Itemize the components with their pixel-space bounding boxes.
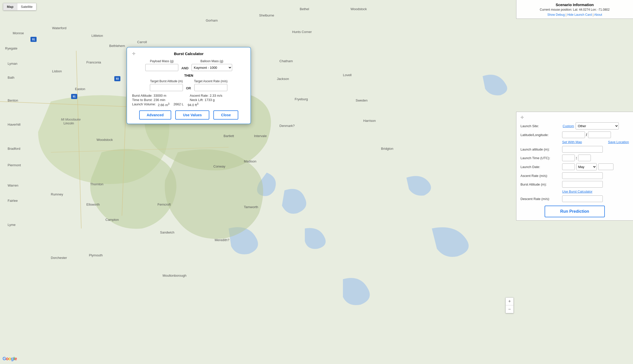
svg-text:91: 91 [73,95,76,98]
svg-text:Lincoln: Lincoln [64,121,74,125]
svg-text:Ryegate: Ryegate [5,46,17,50]
advanced-button[interactable]: Advanced [139,110,171,120]
neck-lift-result-value: 1733 g [204,98,215,102]
latlon-row: Latitude/Longitude: 44.1684 / -71.3974 [520,131,629,138]
longitude-input[interactable]: -71.3974 [588,131,611,138]
launch-panel-drag-handle[interactable]: ✛ [520,115,524,120]
scenario-panel-title: Scenario Information [520,3,629,7]
target-burst-input[interactable]: 33000 [150,84,183,91]
launch-altitude-input[interactable]: 0 [562,146,603,153]
svg-text:Piermont: Piermont [8,163,21,167]
neck-lift-result: Neck Lift: 1733 g [190,98,245,102]
burst-input-row: Payload Mass (g) 1500 AND Balloon Mass (… [132,59,245,71]
launch-date-row: Launch Date: 24 May JanFebMar AprJunJul … [520,163,629,170]
launch-day-input[interactable]: 24 [562,163,575,170]
launch-hour-input[interactable]: 15 [562,155,575,161]
launch-year-input[interactable]: 2016 [598,163,613,170]
latlon-label: Latitude/Longitude: [520,133,561,137]
svg-text:Lisbon: Lisbon [52,69,62,73]
svg-text:Franconia: Franconia [86,60,101,64]
target-ascent-input[interactable] [194,84,227,91]
svg-text:93: 93 [116,77,119,80]
burst-altitude-label: Burst Altitude (m): [520,183,561,186]
map-links-row: Set With Map Save Location [520,140,629,144]
launch-time-row: Launch Time (UTC): 15 : 13 [520,155,629,161]
launch-volume-L: 2662 L [173,102,184,107]
use-values-button[interactable]: Use Values [175,110,209,120]
target-ascent-label: Target Ascent Rate (m/s) [194,79,228,83]
svg-text:Shelburne: Shelburne [259,13,274,17]
svg-text:Bethel: Bethel [300,7,309,11]
target-burst-label: Target Burst Altitude (m) [150,79,183,83]
svg-text:Woodstock: Woodstock [97,138,113,142]
use-burst-calculator-link[interactable]: Use Burst Calculator [562,190,592,193]
svg-text:Easton: Easton [75,87,85,91]
close-button[interactable]: Close [213,110,238,120]
and-connector: AND [181,66,188,71]
launch-site-custom-link[interactable]: Custom [563,124,574,128]
launch-month-select[interactable]: May JanFebMar AprJunJul AugSepOct NovDec [576,163,597,170]
launch-site-select[interactable]: Other Custom CUSF Cambridge [576,122,619,129]
svg-text:Madison: Madison [244,159,256,163]
latlon-group: 44.1684 / -71.3974 [562,131,611,138]
map-type-satellite-btn[interactable]: Satellite [17,3,36,10]
svg-text:Lyme: Lyme [8,223,15,227]
burst-target-row: Target Burst Altitude (m) 33000 OR Targe… [132,79,245,91]
launch-minute-input[interactable]: 13 [578,155,591,161]
svg-text:Denmark?: Denmark? [279,124,295,128]
time-separator: : [576,156,577,160]
descent-rate-input[interactable]: 5 [562,195,603,202]
balloon-mass-select[interactable]: Kaymont - 1000 Kaymont - 100 Kaymont - 2… [192,64,232,71]
launch-site-label: Launch Site: [520,124,561,128]
svg-text:Bath: Bath [8,76,14,79]
hide-launch-card-link[interactable]: Hide Launch Card [567,13,592,16]
payload-mass-input[interactable]: 1500 [145,64,178,71]
time-to-burst-result-label: Time to Burst: [132,98,152,102]
set-with-map-link[interactable]: Set With Map [562,140,582,144]
svg-text:Lyman: Lyman [8,62,18,65]
ascent-rate-input[interactable]: 5 [562,172,603,179]
ascent-rate-label: Ascent Rate (m/s): [520,174,561,178]
svg-text:Bradford: Bradford [8,147,20,151]
ascent-rate-result-label: Ascent Rate: [190,94,209,97]
svg-text:Chatham: Chatham [279,59,293,63]
time-to-burst-result-value: 236 min [153,98,165,102]
target-burst-field: Target Burst Altitude (m) 33000 [150,79,183,91]
burst-altitude-result-value: 33000 m [153,94,166,97]
launch-altitude-row: Launch altitude (m): 0 [520,146,629,153]
svg-text:Meredith?: Meredith? [215,238,229,242]
map-type-map-btn[interactable]: Map [3,3,17,10]
launch-site-row: Launch Site: Custom Other Custom CUSF Ca… [520,122,629,129]
svg-text:Fryeburg: Fryeburg [295,97,308,101]
svg-text:91: 91 [32,38,35,41]
ascent-rate-result: Ascent Rate: 2.33 m/s [190,94,245,97]
svg-text:Littleton: Littleton [91,34,103,38]
svg-text:Woodstock: Woodstock [351,7,367,11]
save-location-link[interactable]: Save Location [608,140,629,144]
show-debug-link[interactable]: Show Debug [547,13,565,16]
scenario-coords: Current mouse position: Lat: 44.0274 Lon… [520,8,629,11]
zoom-out-button[interactable]: − [506,305,513,313]
google-logo: Google [3,356,17,361]
svg-text:Waterford: Waterford [52,26,67,30]
descent-rate-row: Descent Rate (m/s): 5 [520,195,629,202]
about-link[interactable]: About [594,13,602,16]
latitude-input[interactable]: 44.1684 [562,131,585,138]
zoom-controls: + − [505,297,514,313]
run-prediction-button[interactable]: Run Prediction [545,206,605,217]
time-group: 15 : 13 [562,155,591,161]
svg-text:Plymouth: Plymouth [89,253,103,257]
burst-calc-header: ✛ Burst Calculator [132,52,245,56]
balloon-mass-field: Balloon Mass (g) Kaymont - 1000 Kaymont … [192,59,232,71]
or-connector: OR [186,86,191,91]
burst-altitude-row: Burst Altitude (m): 30000 [520,181,629,188]
svg-text:Hunts Corner: Hunts Corner [292,30,312,34]
burst-altitude-input[interactable]: 30000 [562,181,603,188]
launch-volume-result: Launch Volume: 2.66 m3 2662 L 94.0 ft3 [132,102,245,107]
svg-text:Thornton: Thornton [90,182,103,186]
launch-volume-m3: 2.66 m3 [158,102,169,107]
svg-text:Sandwich: Sandwich [160,230,174,234]
launch-date-label: Launch Date: [520,165,561,169]
zoom-in-button[interactable]: + [506,298,513,305]
burst-calc-drag-handle[interactable]: ✛ [132,51,135,56]
